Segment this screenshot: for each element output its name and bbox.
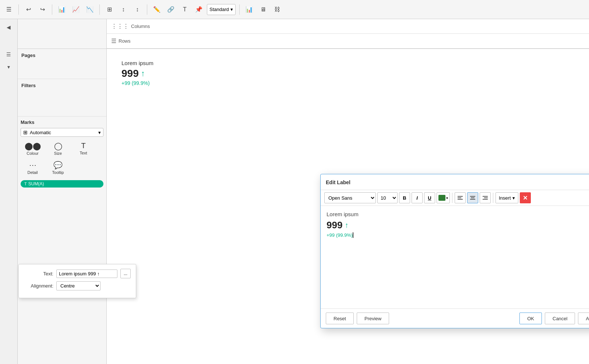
reset-label: Reset [334,316,346,321]
detail-btn[interactable]: ⋯ Detail [21,159,45,176]
sep-2 [52,4,52,15]
dialog-content-area[interactable]: Lorem ipsum 999 ↑ +99 (99.9%) [321,206,589,309]
cancel-btn[interactable]: Cancel [545,313,575,324]
filter-icon[interactable]: ▾ [2,61,15,73]
monitor-icon[interactable]: 🖥 [257,4,269,15]
sep-1 [18,4,19,15]
filters-title: Filters [21,83,103,88]
text-cursor [353,232,353,238]
toolbar-sep-2 [493,193,493,203]
bar-chart-icon[interactable]: 📊 [56,4,68,15]
columns-label: Columns [131,24,150,29]
svg-rect-7 [484,197,488,198]
content-arrow-icon: ↑ [345,221,348,229]
reset-btn[interactable]: Reset [326,313,354,324]
rows-shelf[interactable]: ☰ Rows [107,34,589,49]
tooltip-label: Tooltip [52,170,64,175]
bar-chart-2-icon[interactable]: 📈 [70,4,82,15]
pin-icon[interactable]: 📌 [193,4,205,15]
grid-icon[interactable]: ⊞ [103,4,115,15]
text-label: Text [80,151,87,155]
font-select[interactable]: Open Sans Arial Helvetica [324,192,376,203]
alignment-select[interactable]: Centre Left Right [56,281,100,290]
preview-label: Preview [364,316,381,321]
color-picker-btn[interactable]: ▾ [437,192,450,203]
italic-btn[interactable]: I [412,192,423,203]
size-select[interactable]: 10 12 14 16 [377,192,398,203]
marks-type-icon: ⊞ [23,129,28,135]
size-btn[interactable]: ◯ Size [46,140,70,157]
text-popup: Text: ... Alignment: Centre Left Right [18,264,136,298]
alignment-label: Alignment: [24,283,53,289]
text-icon[interactable]: T [179,4,191,15]
rows-icon: ☰ [111,38,116,44]
pages-section: Pages [18,49,106,79]
share-icon[interactable]: ⛓ [271,4,283,15]
footer-left: Reset Preview [326,313,389,324]
colour-label: Colour [27,151,38,156]
link-icon[interactable]: 🔗 [165,4,177,15]
dialog-header: Edit Label ✕ [321,174,589,190]
sum-pill-row: T SUM(A) [21,180,103,188]
apply-btn[interactable]: Apply [578,313,589,324]
sort-asc-icon[interactable]: ↕ [117,4,129,15]
standard-dropdown[interactable]: Standard ▾ [207,4,236,15]
tooltip-btn[interactable]: 💬 Tooltip [46,159,70,176]
svg-rect-2 [458,199,463,200]
filters-section: Filters [18,79,106,117]
pages-title: Pages [21,53,103,58]
kpi-area: Lorem ipsum 999 ↑ +99 (99.9%) [107,49,589,97]
ok-btn[interactable]: OK [519,313,542,324]
sep-4 [147,4,147,15]
sort-desc-icon[interactable]: ↕ [131,4,143,15]
chart-3-icon[interactable]: 📉 [84,4,96,15]
content-change-text: +99 (99.9%) [327,232,353,238]
detail-label: Detail [27,170,38,175]
dialog-title: Edit Label [326,179,350,185]
chart-icon[interactable]: 📊 [243,4,255,15]
data-panel: Pages Filters Marks ⊞ Au [18,49,107,364]
preview-btn[interactable]: Preview [357,313,389,324]
list-icon[interactable]: ☰ [2,49,15,60]
text-more-btn[interactable]: ... [120,269,131,278]
sum-pill[interactable]: T SUM(A) [21,180,103,188]
colour-btn[interactable]: ⬤⬤ Colour [21,140,45,157]
marks-type-dropdown[interactable]: ⊞ Automatic ▾ [21,128,103,137]
columns-shelf[interactable]: ⋮⋮⋮ Columns [107,19,589,34]
dialog-footer: Reset Preview OK [321,309,589,328]
detail-icon: ⋯ [29,161,36,169]
align-center-btn[interactable] [467,192,478,203]
insert-btn[interactable]: Insert ▾ [495,192,518,203]
footer-right: OK Cancel Apply [519,313,589,324]
undo-btn[interactable]: ↩ [22,4,34,15]
content-change: +99 (99.9%) [327,232,589,238]
bold-btn[interactable]: B [399,192,410,203]
redo-btn[interactable]: ↪ [36,4,48,15]
ok-label: OK [527,316,534,321]
marks-icons-row: ⬤⬤ Colour ◯ Size T Text [21,140,103,157]
svg-rect-3 [470,196,475,197]
color-dropdown-arrow: ▾ [446,196,448,200]
insert-arrow: ▾ [512,195,515,201]
content-value-row: 999 ↑ [327,220,589,231]
text-input[interactable] [56,270,117,278]
menu-icon[interactable]: ☰ [3,4,15,15]
clear-btn[interactable]: ✕ [520,192,531,203]
underline-btn[interactable]: U [424,192,435,203]
content-lorem: Lorem ipsum [327,211,589,217]
colour-icon: ⬤⬤ [25,142,41,150]
sep-5 [239,4,240,15]
text-btn[interactable]: T Text [71,140,95,157]
kpi-value: 999 [121,68,139,79]
pen-icon[interactable]: ✏️ [151,4,163,15]
dialog-toolbar: Open Sans Arial Helvetica 10 12 14 16 B [321,190,589,206]
text-row-label: Text: [24,271,53,276]
align-left-btn[interactable] [455,192,466,203]
pages-content [21,60,103,75]
collapse-btn[interactable]: ◀ [2,21,15,33]
alignment-row: Alignment: Centre Left Right [24,281,131,290]
align-right-btn[interactable] [480,192,491,203]
rows-label: Rows [119,38,131,44]
insert-label: Insert [499,195,511,201]
svg-rect-4 [471,197,475,198]
